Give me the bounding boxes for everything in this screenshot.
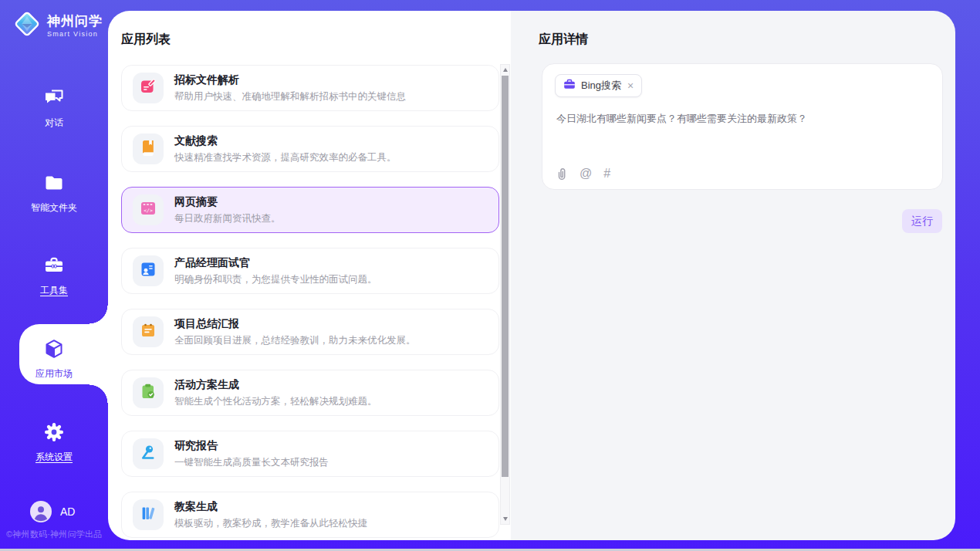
- chip-close-icon[interactable]: ×: [627, 79, 634, 92]
- tool-chip[interactable]: Bing搜索 ×: [555, 74, 642, 97]
- app-card-text: 网页摘要每日政府新闻资讯快查。: [174, 195, 281, 225]
- app-card-text: 文献搜索快速精准查找学术资源，提高研究效率的必备工具。: [174, 134, 397, 164]
- folder-icon: [43, 172, 65, 197]
- app-card-description: 一键智能生成高质量长文本研究报告: [174, 456, 329, 469]
- books-icon: [140, 505, 157, 525]
- sidebar-item-label: 应用市场: [35, 368, 73, 379]
- app-icon-tile: [133, 377, 164, 408]
- app-card-description: 每日政府新闻资讯快查。: [174, 212, 281, 225]
- app-icon-tile: [133, 255, 164, 286]
- scroll-down-arrow-icon[interactable]: [503, 517, 508, 521]
- hash-icon[interactable]: #: [603, 167, 610, 180]
- svg-text:</>: </>: [144, 208, 153, 214]
- logo-title: 神州问学: [47, 14, 103, 29]
- logo: 神州问学 Smart Vision: [12, 9, 103, 42]
- sidebar-item-cube[interactable]: 应用市场: [0, 338, 108, 379]
- app-card-title: 教案生成: [174, 500, 367, 514]
- app-card[interactable]: </>网页摘要每日政府新闻资讯快查。: [121, 187, 499, 233]
- sidebar-item-gear[interactable]: 系统设置: [0, 421, 108, 462]
- user-avatar-icon: [30, 501, 52, 522]
- cube-icon: [43, 338, 65, 363]
- app-icon-tile: [133, 134, 164, 164]
- app-card-list: 招标文件解析帮助用户快速、准确地理解和解析招标书中的关键信息文献搜索快速精准查找…: [121, 65, 499, 540]
- app-card-title: 网页摘要: [174, 195, 281, 209]
- app-card-description: 模板驱动，教案秒成，教学准备从此轻松快捷: [174, 517, 367, 530]
- gem-logo-icon: [12, 9, 42, 42]
- app-list-title: 应用列表: [121, 32, 171, 48]
- gear-icon: [43, 421, 65, 446]
- app-card-title: 项目总结汇报: [174, 317, 416, 331]
- briefcase-icon: [563, 78, 576, 93]
- app-icon-tile: [133, 73, 164, 103]
- clipboard-check-icon: [140, 383, 157, 403]
- app-icon-tile: [133, 316, 164, 347]
- sidebar-item-label: 智能文件夹: [31, 202, 77, 213]
- sidebar-item-label: 工具集: [40, 285, 68, 296]
- app-card-text: 研究报告一键智能生成高质量长文本研究报告: [174, 439, 329, 469]
- app-card-description: 快速精准查找学术资源，提高研究效率的必备工具。: [174, 151, 397, 164]
- sidebar-item-label: 系统设置: [35, 451, 73, 462]
- app-card-description: 帮助用户快速、准确地理解和解析招标书中的关键信息: [174, 90, 406, 103]
- book-icon: [140, 139, 157, 159]
- tender-doc-icon: [140, 78, 157, 98]
- app-icon-tile: [133, 499, 164, 530]
- webpage-icon: </>: [140, 200, 157, 220]
- app-card[interactable]: 产品经理面试官明确身份和职责，为您提供专业性的面试问题。: [121, 248, 499, 294]
- app-detail-title: 应用详情: [539, 32, 588, 48]
- app-card[interactable]: 文献搜索快速精准查找学术资源，提高研究效率的必备工具。: [121, 126, 499, 172]
- app-card[interactable]: 教案生成模板驱动，教案秒成，教学准备从此轻松快捷: [121, 492, 499, 538]
- note-icon: [140, 322, 157, 342]
- app-card-description: 明确身份和职责，为您提供专业性的面试问题。: [174, 273, 377, 286]
- app-card-text: 项目总结汇报全面回顾项目进展，总结经验教训，助力未来优化发展。: [174, 317, 416, 347]
- mention-icon[interactable]: @: [580, 167, 592, 180]
- app-icon-tile: [133, 438, 164, 469]
- sidebar-item-toolbox[interactable]: 工具集: [0, 255, 108, 296]
- interview-icon: [140, 261, 157, 281]
- logo-subtitle: Smart Vision: [47, 30, 103, 38]
- app-card-text: 教案生成模板驱动，教案秒成，教学准备从此轻松快捷: [174, 500, 367, 530]
- attachment-icon[interactable]: [556, 167, 568, 181]
- sidebar-item-folder[interactable]: 智能文件夹: [0, 172, 108, 213]
- logo-text: 神州问学 Smart Vision: [47, 14, 103, 38]
- app-card-description: 全面回顾项目进展，总结经验教训，助力未来优化发展。: [174, 334, 416, 347]
- app-detail-panel: 应用详情 Bing搜索 × 今日湖北有哪些新闻要点？有哪些需要关注的最新政策？ …: [511, 11, 955, 540]
- app-card-description: 智能生成个性化活动方案，轻松解决规划难题。: [174, 395, 377, 408]
- run-button[interactable]: 运行: [902, 209, 942, 233]
- app-window: 神州问学 Smart Vision 对话智能文件夹工具集应用市场系统设置 AD …: [0, 0, 980, 551]
- sidebar-item-label: 对话: [45, 117, 63, 128]
- chat-icon: [43, 87, 65, 112]
- app-card[interactable]: 研究报告一键智能生成高质量长文本研究报告: [121, 431, 499, 477]
- app-card-title: 文献搜索: [174, 134, 397, 148]
- app-icon-tile: </>: [133, 194, 164, 225]
- tool-chip-label: Bing搜索: [581, 79, 621, 93]
- app-card-title: 招标文件解析: [174, 73, 406, 87]
- app-card-title: 活动方案生成: [174, 378, 377, 392]
- scrollbar-thumb[interactable]: [502, 76, 509, 477]
- scroll-up-arrow-icon[interactable]: [503, 68, 508, 72]
- prompt-input[interactable]: 今日湖北有哪些新闻要点？有哪些需要关注的最新政策？: [556, 112, 928, 126]
- composer-card: Bing搜索 × 今日湖北有哪些新闻要点？有哪些需要关注的最新政策？ @#: [542, 63, 943, 190]
- user-row[interactable]: AD: [30, 501, 75, 522]
- scrollbar[interactable]: [500, 64, 510, 525]
- toolbox-icon: [43, 255, 65, 279]
- sidebar: 神州问学 Smart Vision 对话智能文件夹工具集应用市场系统设置 AD …: [0, 0, 108, 551]
- copyright-footer: ©神州数码·神州问学出品: [6, 529, 108, 540]
- composer-toolbar: @#: [556, 167, 610, 181]
- app-card[interactable]: 项目总结汇报全面回顾项目进展，总结经验教训，助力未来优化发展。: [121, 309, 499, 355]
- app-card-title: 研究报告: [174, 439, 329, 453]
- app-card[interactable]: 招标文件解析帮助用户快速、准确地理解和解析招标书中的关键信息: [121, 65, 499, 111]
- app-card-text: 产品经理面试官明确身份和职责，为您提供专业性的面试问题。: [174, 256, 377, 286]
- app-card-text: 活动方案生成智能生成个性化活动方案，轻松解决规划难题。: [174, 378, 377, 408]
- app-list-panel: 应用列表 招标文件解析帮助用户快速、准确地理解和解析招标书中的关键信息文献搜索快…: [108, 11, 511, 540]
- research-icon: [140, 444, 157, 464]
- app-card-text: 招标文件解析帮助用户快速、准确地理解和解析招标书中的关键信息: [174, 73, 406, 103]
- app-card-title: 产品经理面试官: [174, 256, 377, 270]
- sidebar-item-chat[interactable]: 对话: [0, 87, 108, 128]
- app-card[interactable]: 活动方案生成智能生成个性化活动方案，轻松解决规划难题。: [121, 370, 499, 416]
- user-initials: AD: [60, 505, 75, 518]
